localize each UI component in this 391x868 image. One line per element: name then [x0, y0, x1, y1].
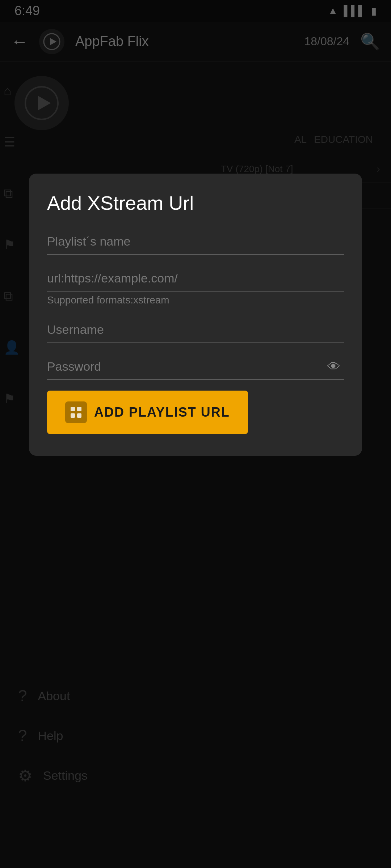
username-input[interactable]	[47, 317, 344, 343]
add-playlist-url-button[interactable]: ADD PLAYLIST URL	[47, 391, 248, 434]
url-input[interactable]	[47, 265, 344, 292]
dialog-title: Add XStream Url	[47, 192, 344, 214]
username-field	[47, 317, 344, 343]
svg-rect-6	[71, 413, 75, 418]
dialog: Add XStream Url Supported formats:xstrea…	[29, 174, 362, 456]
add-btn-label: ADD PLAYLIST URL	[94, 405, 230, 420]
url-hint: Supported formats:xstream	[47, 294, 344, 306]
password-visibility-toggle[interactable]: 👁	[327, 359, 340, 374]
add-btn-icon	[65, 401, 87, 423]
svg-rect-5	[77, 407, 81, 411]
password-wrapper: 👁	[47, 354, 344, 380]
svg-rect-4	[71, 407, 75, 411]
password-input[interactable]	[47, 354, 344, 379]
url-field: Supported formats:xstream	[47, 265, 344, 306]
playlist-name-field	[47, 229, 344, 255]
playlist-name-input[interactable]	[47, 229, 344, 255]
password-field: 👁	[47, 354, 344, 380]
svg-rect-7	[77, 413, 81, 418]
